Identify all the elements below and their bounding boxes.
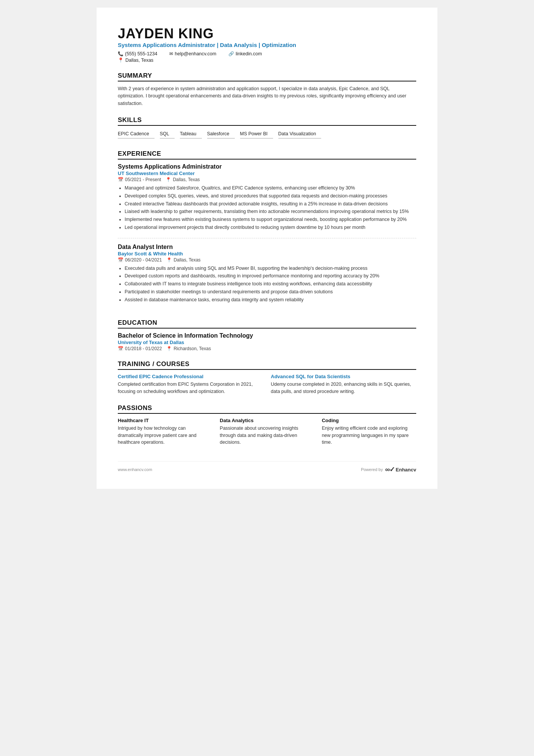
experience-title: EXPERIENCE bbox=[118, 150, 416, 160]
passion-text: Intrigued by how technology can dramatic… bbox=[118, 425, 212, 446]
exp-dates: 06/2020 - 04/2021 bbox=[125, 257, 162, 263]
training-course-text: Udemy course completed in 2020, enhancin… bbox=[271, 381, 416, 395]
edu-school: University of Texas at Dallas bbox=[118, 340, 416, 345]
linkedin-url: linkedin.com bbox=[236, 51, 262, 56]
exp-company: Baylor Scott & White Health bbox=[118, 251, 416, 257]
exp-job-title: Data Analyst Intern bbox=[118, 244, 416, 250]
training-item: Certified EPIC Cadence ProfessionalCompl… bbox=[118, 374, 263, 395]
training-section: TRAINING / COURSES Certified EPIC Cadenc… bbox=[118, 360, 416, 395]
passion-item: Data AnalyticsPassionate about uncoverin… bbox=[220, 418, 314, 446]
location-icon: 📍 bbox=[118, 57, 124, 63]
experience-list: Systems Applications AdministratorUT Sou… bbox=[118, 163, 416, 310]
resume-page: JAYDEN KING Systems Applications Adminis… bbox=[97, 8, 437, 489]
exp-bullet-item: Created interactive Tableau dashboards t… bbox=[125, 200, 416, 208]
email-item: ✉ help@enhancv.com bbox=[169, 51, 216, 56]
summary-title: SUMMARY bbox=[118, 72, 416, 81]
experience-block: Data Analyst InternBaylor Scott & White … bbox=[118, 244, 416, 310]
linkedin-item: 🔗 linkedin.com bbox=[228, 51, 262, 56]
exp-bullet-item: Developed complex SQL queries, views, an… bbox=[125, 193, 416, 200]
phone-item: 📞 (555) 555-1234 bbox=[118, 51, 157, 56]
exp-bullet-item: Led operational improvement projects tha… bbox=[125, 224, 416, 231]
exp-bullet-item: Collaborated with IT teams to integrate … bbox=[125, 280, 416, 288]
exp-cal-icon: 📅 bbox=[118, 257, 123, 263]
experience-section: EXPERIENCE Systems Applications Administ… bbox=[118, 150, 416, 310]
training-course-title: Certified EPIC Cadence Professional bbox=[118, 374, 263, 379]
edu-cal-icon: 📅 bbox=[118, 346, 123, 351]
location-row: 📍 Dallas, Texas bbox=[118, 57, 416, 63]
training-course-title: Advanced SQL for Data Scientists bbox=[271, 374, 416, 379]
training-course-text: Completed certification from EPIC System… bbox=[118, 381, 263, 395]
link-icon: 🔗 bbox=[228, 51, 234, 56]
logo-icon: ∞✓ bbox=[385, 465, 394, 474]
skills-list: EPIC CadenceSQLTableauSalesforceMS Power… bbox=[118, 130, 416, 141]
skills-section: SKILLS EPIC CadenceSQLTableauSalesforceM… bbox=[118, 116, 416, 141]
skill-item: Salesforce bbox=[207, 130, 235, 139]
exp-date-location: 📅 05/2021 - Present 📍 Dallas, Texas bbox=[118, 177, 416, 182]
skill-item: Tableau bbox=[180, 130, 202, 139]
brand-name: Enhancv bbox=[396, 467, 416, 473]
skill-item: MS Power BI bbox=[240, 130, 273, 139]
passion-item: CodingEnjoy writing efficient code and e… bbox=[322, 418, 416, 446]
experience-block: Systems Applications AdministratorUT Sou… bbox=[118, 163, 416, 238]
skill-item: Data Visualization bbox=[278, 130, 322, 139]
edu-location-item: 📍 Richardson, Texas bbox=[166, 346, 211, 351]
exp-location: Dallas, Texas bbox=[173, 177, 200, 182]
exp-bullet-item: Liaised with leadership to gather requir… bbox=[125, 208, 416, 215]
phone-icon: 📞 bbox=[118, 51, 123, 56]
education-title: EDUCATION bbox=[118, 319, 416, 329]
passions-grid: Healthcare ITIntrigued by how technology… bbox=[118, 418, 416, 446]
exp-location: Dallas, Texas bbox=[173, 257, 200, 263]
passion-title: Data Analytics bbox=[220, 418, 314, 423]
edu-dates: 01/2018 - 01/2022 bbox=[125, 346, 162, 351]
training-item: Advanced SQL for Data ScientistsUdemy co… bbox=[271, 374, 416, 395]
footer-right: Powered by ∞✓ Enhancv bbox=[361, 465, 416, 474]
exp-bullet-list: Managed and optimized Salesforce, Qualtr… bbox=[118, 185, 416, 231]
exp-loc-item: 📍 Dallas, Texas bbox=[166, 177, 200, 182]
footer-url: www.enhancv.com bbox=[118, 467, 152, 472]
powered-by-text: Powered by bbox=[361, 467, 383, 472]
exp-cal-icon: 📅 bbox=[118, 177, 123, 182]
exp-job-title: Systems Applications Administrator bbox=[118, 163, 416, 170]
skill-item: EPIC Cadence bbox=[118, 130, 155, 139]
training-grid: Certified EPIC Cadence ProfessionalCompl… bbox=[118, 374, 416, 395]
job-title: Systems Applications Administrator | Dat… bbox=[118, 42, 416, 48]
skill-item: SQL bbox=[160, 130, 175, 139]
exp-dates: 05/2021 - Present bbox=[125, 177, 161, 182]
exp-bullet-item: Executed data pulls and analysis using S… bbox=[125, 265, 416, 272]
education-section: EDUCATION Bachelor of Science in Informa… bbox=[118, 319, 416, 351]
summary-section: SUMMARY With 2 years of experience in sy… bbox=[118, 72, 416, 107]
exp-bullet-item: Implemented new features within existing… bbox=[125, 216, 416, 223]
contact-row: 📞 (555) 555-1234 ✉ help@enhancv.com 🔗 li… bbox=[118, 51, 416, 56]
phone-number: (555) 555-1234 bbox=[125, 51, 157, 56]
passions-section: PASSIONS Healthcare ITIntrigued by how t… bbox=[118, 404, 416, 446]
exp-bullet-item: Developed custom reports and dashboards,… bbox=[125, 272, 416, 280]
training-title: TRAINING / COURSES bbox=[118, 360, 416, 370]
footer: www.enhancv.com Powered by ∞✓ Enhancv bbox=[118, 461, 416, 474]
passion-text: Passionate about uncovering insights thr… bbox=[220, 425, 314, 446]
edu-degree: Bachelor of Science in Information Techn… bbox=[118, 332, 416, 339]
skills-title: SKILLS bbox=[118, 116, 416, 126]
exp-bullet-item: Managed and optimized Salesforce, Qualtr… bbox=[125, 185, 416, 192]
exp-bullet-list: Executed data pulls and analysis using S… bbox=[118, 265, 416, 304]
edu-dates-item: 📅 01/2018 - 01/2022 bbox=[118, 346, 162, 351]
exp-bullet-item: Participated in stakeholder meetings to … bbox=[125, 288, 416, 296]
location-text: Dallas, Texas bbox=[125, 58, 153, 63]
edu-loc-icon: 📍 bbox=[166, 346, 172, 351]
passion-item: Healthcare ITIntrigued by how technology… bbox=[118, 418, 212, 446]
exp-loc-item: 📍 Dallas, Texas bbox=[166, 257, 200, 263]
candidate-name: JAYDEN KING bbox=[118, 26, 416, 42]
passion-title: Healthcare IT bbox=[118, 418, 212, 423]
exp-loc-icon: 📍 bbox=[166, 257, 172, 263]
summary-text: With 2 years of experience in system adm… bbox=[118, 85, 416, 107]
exp-date-location: 📅 06/2020 - 04/2021 📍 Dallas, Texas bbox=[118, 257, 416, 263]
exp-bullet-item: Assisted in database maintenance tasks, … bbox=[125, 296, 416, 304]
passions-title: PASSIONS bbox=[118, 404, 416, 414]
exp-date-item: 📅 05/2021 - Present bbox=[118, 177, 161, 182]
exp-loc-icon: 📍 bbox=[166, 177, 171, 182]
exp-company: UT Southwestern Medical Center bbox=[118, 171, 416, 176]
exp-date-item: 📅 06/2020 - 04/2021 bbox=[118, 257, 162, 263]
edu-dates-location: 📅 01/2018 - 01/2022 📍 Richardson, Texas bbox=[118, 346, 416, 351]
header: JAYDEN KING Systems Applications Adminis… bbox=[118, 26, 416, 63]
enhancv-logo: ∞✓ Enhancv bbox=[385, 465, 416, 474]
email-address: help@enhancv.com bbox=[175, 51, 216, 56]
